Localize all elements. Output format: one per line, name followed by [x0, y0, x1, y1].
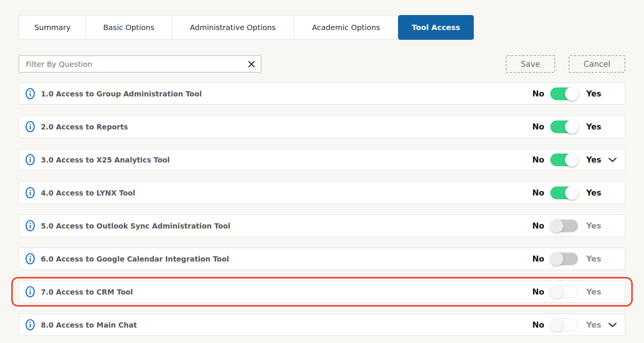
toggle-no-label: No — [532, 122, 544, 131]
toggle-knob — [565, 120, 578, 134]
access-toggle[interactable] — [550, 286, 578, 298]
info-icon[interactable] — [25, 154, 35, 166]
access-toggle[interactable] — [550, 319, 578, 331]
info-icon[interactable] — [25, 121, 35, 133]
tool-access-row-card: 1.0 Access to Group Administration Tool … — [19, 83, 625, 105]
question-label: 7.0 Access to CRM Tool — [41, 288, 133, 296]
toggle-no-label: No — [532, 287, 544, 296]
info-icon[interactable] — [25, 88, 35, 100]
question-label: 5.0 Access to Outlook Sync Administratio… — [41, 222, 231, 230]
toggle-no-label: No — [532, 188, 544, 197]
toggle-yes-label: Yes — [586, 188, 601, 197]
toggle-no-label: No — [532, 221, 544, 230]
info-icon[interactable] — [25, 220, 35, 232]
clear-filter-icon[interactable] — [247, 60, 256, 69]
toggle-knob — [565, 153, 578, 167]
tool-access-row-card: 3.0 Access to X25 Analytics Tool No Yes — [19, 149, 625, 171]
toggle-yes-label: Yes — [586, 221, 601, 230]
toggle-yes-label: Yes — [586, 254, 601, 263]
info-icon[interactable] — [25, 187, 35, 199]
toggle-knob — [565, 87, 578, 101]
filter-input[interactable] — [19, 56, 261, 72]
question-label: 1.0 Access to Group Administration Tool — [41, 90, 202, 98]
controls-bar: Save Cancel — [19, 55, 625, 73]
access-toggle[interactable] — [550, 87, 578, 100]
tab-summary[interactable]: Summary — [19, 15, 86, 40]
access-toggle[interactable] — [550, 187, 578, 199]
save-button[interactable]: Save — [506, 55, 555, 73]
toggle-knob — [550, 285, 563, 299]
tool-access-row-card: 5.0 Access to Outlook Sync Administratio… — [19, 215, 625, 237]
chevron-down-icon[interactable] — [608, 157, 617, 163]
toggle-no-label: No — [532, 89, 544, 98]
toggle-knob — [550, 252, 563, 266]
tab-bar: Summary Basic Options Administrative Opt… — [19, 15, 625, 40]
access-toggle[interactable] — [550, 220, 578, 232]
tool-access-row: 5.0 Access to Outlook Sync Administratio… — [19, 215, 625, 237]
tool-access-row: 4.0 Access to LYNX Tool No Yes — [19, 182, 625, 204]
toggle-no-label: No — [532, 254, 544, 263]
tool-access-row-card: 6.0 Access to Google Calendar Integratio… — [19, 248, 625, 270]
tool-access-row-card: 7.0 Access to CRM Tool No Yes — [19, 281, 625, 303]
tool-access-row-card: 2.0 Access to Reports No Yes — [19, 116, 625, 138]
tool-access-row: 8.0 Access to Main Chat No Yes — [19, 314, 625, 336]
question-label: 3.0 Access to X25 Analytics Tool — [41, 156, 170, 164]
question-label: 8.0 Access to Main Chat — [41, 321, 137, 329]
toggle-yes-label: Yes — [586, 155, 601, 164]
info-icon[interactable] — [25, 253, 35, 265]
tool-access-row: 7.0 Access to CRM Tool No Yes — [19, 281, 625, 303]
question-label: 2.0 Access to Reports — [41, 123, 128, 131]
info-icon[interactable] — [25, 286, 35, 298]
tool-access-row: 2.0 Access to Reports No Yes — [19, 116, 625, 138]
access-toggle[interactable] — [550, 153, 578, 166]
toggle-knob — [550, 219, 563, 233]
toggle-yes-label: Yes — [586, 320, 601, 329]
tool-access-row: 1.0 Access to Group Administration Tool … — [19, 83, 625, 105]
access-toggle[interactable] — [550, 253, 578, 265]
tab-tool-access[interactable]: Tool Access — [398, 15, 474, 40]
tool-access-row: 3.0 Access to X25 Analytics Tool No Yes — [19, 149, 625, 171]
question-label: 6.0 Access to Google Calendar Integratio… — [41, 255, 229, 263]
toggle-yes-label: Yes — [586, 122, 601, 131]
tool-access-row-card: 8.0 Access to Main Chat No Yes — [19, 314, 625, 336]
action-buttons: Save Cancel — [506, 55, 625, 73]
tab-administrative-options[interactable]: Administrative Options — [172, 15, 294, 40]
toggle-no-label: No — [532, 155, 544, 164]
access-toggle[interactable] — [550, 120, 578, 133]
toggle-knob — [565, 186, 578, 200]
question-label: 4.0 Access to LYNX Tool — [41, 189, 135, 197]
tab-basic-options[interactable]: Basic Options — [86, 15, 172, 40]
chevron-down-icon[interactable] — [608, 322, 617, 328]
tool-access-row-card: 4.0 Access to LYNX Tool No Yes — [19, 182, 625, 204]
toggle-yes-label: Yes — [586, 89, 601, 98]
filter-field — [19, 56, 261, 72]
tab-academic-options[interactable]: Academic Options — [294, 15, 398, 40]
tool-access-row: 6.0 Access to Google Calendar Integratio… — [19, 248, 625, 270]
info-icon[interactable] — [25, 319, 35, 331]
cancel-button[interactable]: Cancel — [569, 55, 625, 73]
toggle-knob — [550, 318, 563, 332]
toggle-yes-label: Yes — [586, 287, 601, 296]
question-list: 1.0 Access to Group Administration Tool … — [19, 83, 625, 336]
toggle-no-label: No — [532, 320, 544, 329]
